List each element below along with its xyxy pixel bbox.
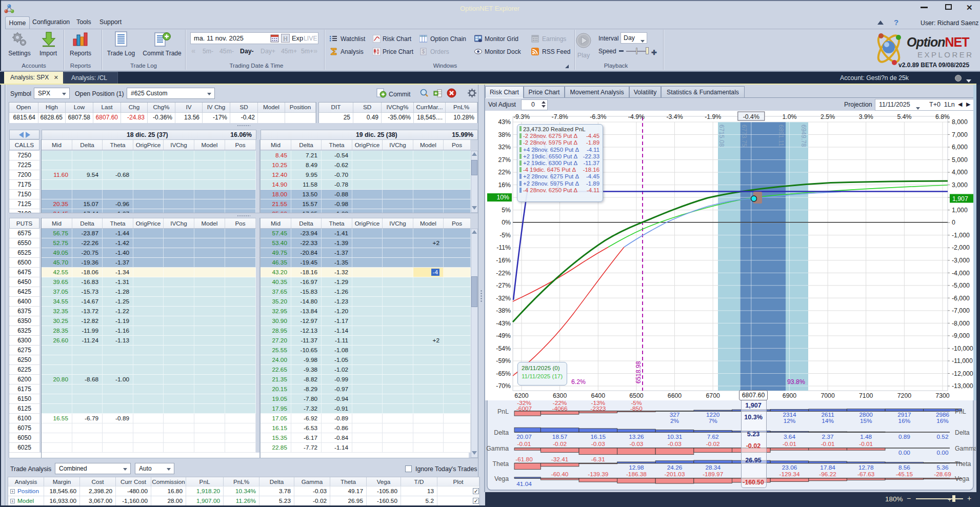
svg-text:6715.08: 6715.08 [718, 125, 725, 147]
svg-text:-70%: -70% [496, 382, 511, 390]
svg-text:5%: 5% [502, 207, 511, 214]
svg-text:-0.03: -0.03 [629, 440, 643, 448]
svg-text:0.89: 0.89 [898, 433, 910, 440]
svg-text:-6.31: -6.31 [591, 456, 605, 463]
svg-text:6891.11: 6891.11 [777, 125, 785, 147]
svg-text:-1,000: -1,000 [952, 232, 970, 239]
svg-text:5,000: 5,000 [952, 156, 968, 164]
svg-text:22%: 22% [498, 169, 511, 176]
svg-text:6300: 6300 [553, 392, 567, 399]
svg-text:4,000: 4,000 [952, 169, 968, 176]
svg-text:-32%: -32% [496, 295, 511, 302]
svg-text:-5,000: -5,000 [952, 282, 970, 289]
svg-text:-65%: -65% [496, 370, 511, 377]
svg-text:-0.03: -0.03 [591, 440, 605, 448]
svg-text:-129.34: -129.34 [779, 471, 799, 478]
svg-text:23.06: 23.06 [782, 464, 797, 471]
svg-text:-2,000: -2,000 [952, 244, 970, 251]
svg-text:6949.78: 6949.78 [800, 125, 807, 147]
svg-text:-16%: -16% [496, 257, 511, 264]
svg-text:-96.22: -96.22 [819, 471, 836, 478]
svg-text:-3.4%: -3.4% [666, 113, 683, 120]
svg-text:27%: 27% [498, 156, 511, 164]
svg-text:16%: 16% [898, 417, 911, 424]
svg-text:-2323: -2323 [590, 405, 606, 412]
svg-text:20.07: 20.07 [516, 433, 532, 440]
svg-text:6518.98: 6518.98 [635, 361, 642, 383]
svg-text:0.00: 0.00 [898, 449, 910, 456]
svg-text:41.04: 41.04 [516, 480, 532, 488]
svg-text:1,907: 1,907 [952, 195, 968, 202]
svg-text:1.0%: 1.0% [782, 113, 796, 120]
svg-text:-54%: -54% [496, 345, 511, 352]
svg-text:6700: 6700 [706, 392, 721, 399]
svg-text:-0.01: -0.01 [821, 440, 835, 448]
svg-text:0%: 0% [502, 219, 511, 226]
svg-text:Gamma: Gamma [486, 445, 509, 452]
svg-text:16%: 16% [498, 181, 511, 189]
svg-text:PnL: PnL [497, 408, 509, 415]
svg-text:-45.15: -45.15 [896, 471, 913, 478]
svg-text:0: 0 [952, 219, 955, 226]
svg-text:8.56: 8.56 [898, 464, 910, 471]
svg-text:6.8%: 6.8% [935, 113, 950, 120]
svg-text:Delta: Delta [955, 429, 970, 436]
svg-text:-0.03: -0.03 [668, 440, 682, 448]
svg-text:12%: 12% [784, 417, 796, 424]
svg-text:-12,000: -12,000 [952, 370, 973, 377]
svg-text:3.9%: 3.9% [859, 113, 873, 120]
svg-text:17.84: 17.84 [820, 464, 835, 471]
svg-text:$: $ [422, 49, 425, 54]
svg-text:7%: 7% [709, 417, 718, 424]
svg-text:6773.75: 6773.75 [741, 125, 748, 147]
svg-text:32%: 32% [498, 144, 511, 151]
svg-text:8,000: 8,000 [952, 118, 968, 126]
svg-text:-11%: -11% [496, 244, 511, 251]
svg-text:-13,000: -13,000 [952, 382, 973, 390]
svg-text:-0.01: -0.01 [859, 440, 873, 448]
svg-text:Gamma: Gamma [955, 445, 976, 452]
svg-text:Theta: Theta [955, 460, 971, 468]
svg-text:3.64: 3.64 [784, 433, 795, 440]
svg-text:-9,000: -9,000 [952, 332, 970, 339]
svg-text:13.26: 13.26 [629, 433, 644, 440]
svg-text:7100: 7100 [859, 392, 873, 399]
svg-text:-0.01: -0.01 [783, 440, 796, 448]
svg-text:-28.69: -28.69 [934, 471, 951, 478]
svg-text:-186.38: -186.38 [626, 471, 647, 478]
svg-text:-0.02: -0.02 [706, 440, 720, 448]
svg-text:6200: 6200 [514, 392, 529, 399]
svg-text:18.57: 18.57 [552, 433, 568, 440]
svg-text:38%: 38% [498, 131, 511, 138]
svg-text:-38%: -38% [496, 307, 511, 314]
svg-text:-7.8%: -7.8% [552, 113, 568, 120]
svg-text:6600: 6600 [668, 392, 682, 399]
svg-text:2%: 2% [670, 417, 679, 424]
svg-text:-61.80: -61.80 [515, 456, 533, 463]
svg-text:PnL: PnL [955, 408, 966, 415]
svg-text:12.78: 12.78 [858, 464, 874, 471]
svg-text:12.98: 12.98 [629, 464, 644, 471]
svg-text:-189.97: -189.97 [703, 471, 723, 478]
svg-text:-9.3%: -9.3% [513, 113, 530, 120]
svg-text:28.34: 28.34 [705, 464, 721, 471]
svg-text:-139.39: -139.39 [588, 471, 608, 478]
svg-text:-43%: -43% [496, 320, 511, 327]
svg-text:-49%: -49% [496, 332, 511, 339]
svg-text:-10,000: -10,000 [952, 345, 973, 352]
svg-text:-32.41: -32.41 [551, 456, 568, 463]
svg-text:-3,000: -3,000 [952, 257, 970, 264]
svg-text:7000: 7000 [821, 392, 835, 399]
svg-text:10%: 10% [496, 194, 509, 201]
svg-text:10.31: 10.31 [667, 433, 683, 440]
svg-text:-27%: -27% [496, 282, 511, 289]
svg-text:-6,000: -6,000 [952, 295, 970, 302]
svg-text:Theta: Theta [493, 460, 509, 468]
svg-text:6900: 6900 [783, 392, 797, 399]
svg-text:7,000: 7,000 [952, 131, 968, 138]
svg-text:-5%: -5% [499, 232, 511, 239]
svg-text:16%: 16% [936, 417, 949, 424]
svg-text:43%: 43% [498, 118, 511, 126]
svg-text:1.48: 1.48 [860, 433, 872, 440]
svg-text:5.4%: 5.4% [897, 113, 911, 120]
